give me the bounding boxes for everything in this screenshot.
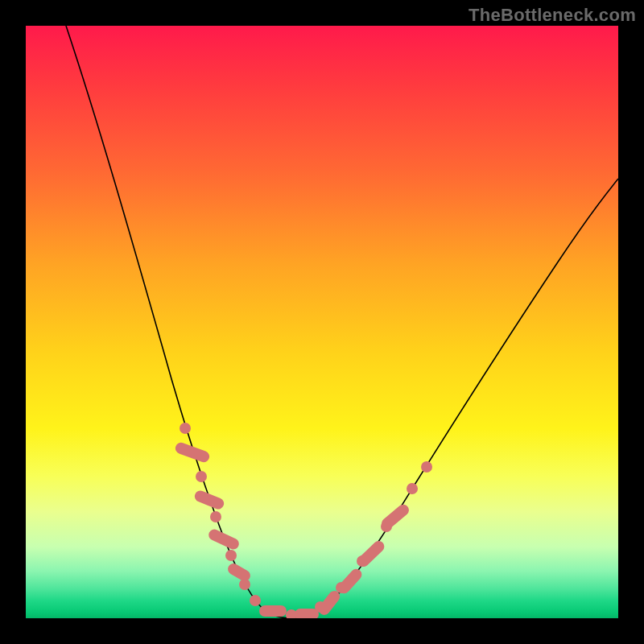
watermark-text: TheBottleneck.com <box>469 5 636 26</box>
curve-marker <box>295 609 319 618</box>
curve-marker <box>193 489 225 510</box>
curve-path <box>66 26 618 618</box>
curve-marker <box>225 550 237 561</box>
curve-marker <box>250 595 261 606</box>
curve-marker <box>336 567 364 596</box>
curve-marker <box>210 511 221 522</box>
curve-marker <box>356 539 386 569</box>
curve-marker <box>239 579 250 590</box>
plot-area <box>26 26 618 618</box>
curve-marker <box>407 483 418 494</box>
curve-marker <box>226 561 253 583</box>
curve-marker <box>180 423 191 434</box>
curve-marker <box>421 461 432 473</box>
curve-marker <box>207 527 241 551</box>
bottleneck-curve <box>26 26 618 618</box>
chart-frame: TheBottleneck.com <box>0 0 644 644</box>
curve-marker <box>196 471 207 482</box>
curve-marker <box>259 605 287 617</box>
curve-marker <box>379 502 411 531</box>
curve-marker <box>174 441 211 464</box>
